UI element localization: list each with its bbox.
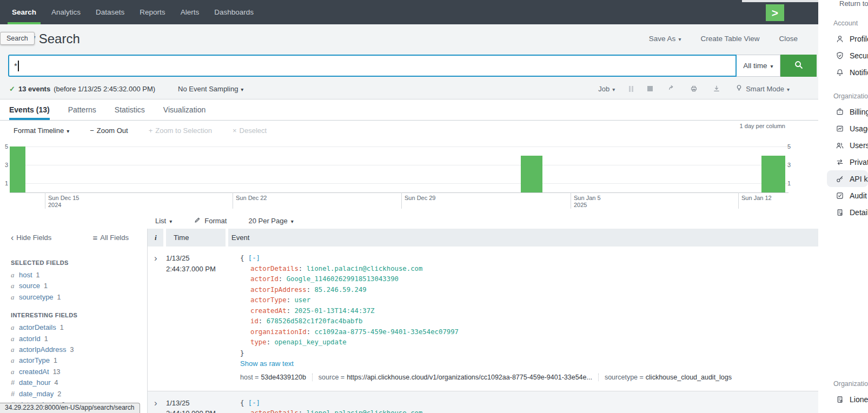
field-item-date_mday[interactable]: #date_mday2 bbox=[11, 389, 147, 399]
search-query-text: * bbox=[14, 61, 17, 70]
job-status-row: 13 events (before 1/13/25 2:45:32.000 PM… bbox=[9, 81, 790, 96]
selected-fields-header: SELECTED FIELDS bbox=[11, 259, 147, 266]
share-icon[interactable] bbox=[667, 84, 675, 93]
settings-item-label: Details bbox=[850, 208, 868, 217]
create-table-view-button[interactable]: Create Table View bbox=[700, 35, 759, 43]
field-item-createdAt[interactable]: acreatedAt13 bbox=[11, 367, 147, 377]
text-cursor bbox=[18, 61, 19, 71]
stop-job-icon[interactable] bbox=[647, 86, 653, 91]
caret-down-icon bbox=[241, 85, 243, 93]
usage-icon bbox=[836, 124, 844, 133]
per-page-menu[interactable]: 20 Per Page bbox=[248, 217, 293, 225]
hide-fields-button[interactable]: Hide Fields bbox=[11, 233, 51, 243]
settings-item-label: Billing bbox=[850, 108, 868, 116]
timeline-deselect: ×Deselect bbox=[233, 126, 267, 135]
events-count: 13 events bbox=[18, 85, 50, 93]
timeline-bar[interactable] bbox=[761, 156, 785, 192]
nav-item-alerts[interactable]: Alerts bbox=[173, 0, 207, 24]
print-icon[interactable] bbox=[690, 84, 698, 93]
tab-events[interactable]: Events (13) bbox=[9, 99, 50, 120]
timeline-format-timeline[interactable]: Format Timeline bbox=[14, 126, 69, 135]
settings-item-profile[interactable]: Profile bbox=[818, 30, 868, 47]
nav-item-analytics[interactable]: Analytics bbox=[44, 0, 88, 24]
search-submit-button[interactable] bbox=[780, 55, 817, 77]
field-item-actorId[interactable]: aactorId1 bbox=[11, 334, 147, 344]
smart-mode-menu[interactable]: Smart Mode bbox=[735, 84, 790, 94]
settings-item-billing[interactable]: Billing bbox=[818, 103, 868, 120]
event-meta-sourcetype[interactable]: sourcetype =clickhouse_cloud_audit_logs bbox=[598, 374, 732, 381]
settings-item-label: Notifications bbox=[850, 68, 868, 77]
nav-item-reports[interactable]: Reports bbox=[132, 0, 173, 24]
expand-chevron-icon[interactable] bbox=[154, 398, 157, 408]
event-meta-source[interactable]: source =https://api.clickhouse.cloud/v1/… bbox=[312, 374, 592, 381]
settings-item-api-keys[interactable]: API keys bbox=[827, 170, 868, 187]
settings-item-security[interactable]: Security bbox=[818, 47, 868, 64]
field-item-source[interactable]: asource1 bbox=[11, 281, 147, 291]
list-icon bbox=[92, 233, 97, 242]
event-content-cell: { [-]actorDetails: lionel.palacin@clickh… bbox=[229, 398, 818, 413]
settings-item-audit[interactable]: Audit bbox=[818, 187, 868, 204]
field-item-actorIpAddress[interactable]: aactorIpAddress3 bbox=[11, 344, 147, 355]
json-collapse-toggle[interactable]: [-] bbox=[248, 399, 260, 407]
field-item-host[interactable]: ahost1 bbox=[11, 270, 147, 281]
search-input[interactable]: * bbox=[8, 55, 737, 77]
x-axis-tick-label: Sun Dec 152024 bbox=[48, 195, 79, 209]
time-range-picker[interactable]: All time bbox=[737, 55, 780, 77]
event-sampling-menu[interactable]: No Event Sampling bbox=[178, 85, 243, 93]
user-icon bbox=[836, 35, 844, 43]
settings-item-usage[interactable]: Usage bbox=[818, 120, 868, 137]
splunk-logo[interactable]: > bbox=[766, 4, 784, 21]
event-expand-cell[interactable] bbox=[148, 253, 166, 386]
json-key: type bbox=[250, 338, 267, 346]
json-key: actorIpAddress bbox=[250, 286, 307, 294]
json-value: Google_114602629918513043390 bbox=[287, 275, 399, 283]
settings-item-notifications[interactable]: Notifications bbox=[818, 64, 868, 81]
return-to-link[interactable]: Return to bbox=[818, 0, 868, 8]
nav-item-datasets[interactable]: Datasets bbox=[88, 0, 132, 24]
tab-statistics[interactable]: Statistics bbox=[115, 99, 145, 120]
meta-value: clickhouse_cloud_audit_logs bbox=[646, 374, 732, 381]
pause-job-icon[interactable] bbox=[629, 86, 633, 92]
event-time-cell: 1/13/252:44:37.000 PM bbox=[166, 253, 229, 386]
format-menu[interactable]: Format bbox=[194, 216, 227, 225]
field-item-actorType[interactable]: aactorType1 bbox=[11, 355, 147, 366]
settings-item-private-endpoints[interactable]: Private Endpoints bbox=[818, 154, 868, 170]
field-count: 4 bbox=[55, 377, 58, 388]
x-axis-line bbox=[10, 192, 789, 193]
event-time: 2:44:37.000 PM bbox=[166, 264, 229, 275]
close-button[interactable]: Close bbox=[779, 35, 798, 43]
expand-chevron-icon[interactable] bbox=[154, 254, 157, 263]
all-fields-button[interactable]: All Fields bbox=[92, 233, 129, 242]
y-axis-tick-label: 5 bbox=[1, 143, 8, 150]
pencil-icon bbox=[194, 216, 201, 225]
app-navigation-bar: SearchAnalyticsDatasetsReportsAlertsDash… bbox=[0, 0, 818, 24]
export-icon[interactable] bbox=[712, 84, 721, 93]
list-view-menu[interactable]: List bbox=[155, 217, 172, 225]
nav-item-dashboards[interactable]: Dashboards bbox=[207, 0, 261, 24]
settings-item-details[interactable]: Details bbox=[818, 204, 868, 221]
save-as-button[interactable]: Save As bbox=[649, 35, 681, 43]
settings-item-lionel[interactable]: Lionel bbox=[818, 391, 868, 408]
timeline-bar[interactable] bbox=[10, 146, 25, 192]
job-menu[interactable]: Job bbox=[598, 85, 615, 93]
timeline-zoom-out[interactable]: −Zoom Out bbox=[90, 126, 128, 135]
chart-gridline bbox=[10, 146, 789, 147]
field-item-actorDetails[interactable]: aactorDetails1 bbox=[11, 322, 147, 333]
settings-item-users[interactable]: Users bbox=[818, 137, 868, 154]
fields-sidebar: Hide Fields All Fields SELECTED FIELDS a… bbox=[0, 229, 148, 413]
tab-patterns[interactable]: Patterns bbox=[68, 99, 96, 120]
nav-item-search[interactable]: Search bbox=[4, 0, 44, 24]
event-meta-host[interactable]: host =53de4339120b bbox=[240, 374, 306, 381]
search-icon bbox=[794, 60, 804, 72]
show-raw-text-link[interactable]: Show as raw text bbox=[240, 358, 294, 369]
timeline-bar[interactable] bbox=[521, 156, 542, 192]
field-item-sourcetype[interactable]: asourcetype1 bbox=[11, 292, 147, 303]
caret-down-icon bbox=[291, 217, 294, 225]
event-json: { [-]actorDetails: lionel.palacin@clickh… bbox=[240, 398, 818, 413]
event-expand-cell[interactable] bbox=[148, 398, 166, 413]
browser-status-tooltip: 34.29.223.20:8000/en-US/app/search/searc… bbox=[0, 403, 140, 413]
json-collapse-toggle[interactable]: [-] bbox=[248, 254, 260, 262]
tab-visualization[interactable]: Visualization bbox=[163, 99, 206, 120]
event-json: { [-]actorDetails: lionel.palacin@clickh… bbox=[240, 253, 818, 358]
field-item-date_hour[interactable]: #date_hour4 bbox=[11, 377, 147, 388]
